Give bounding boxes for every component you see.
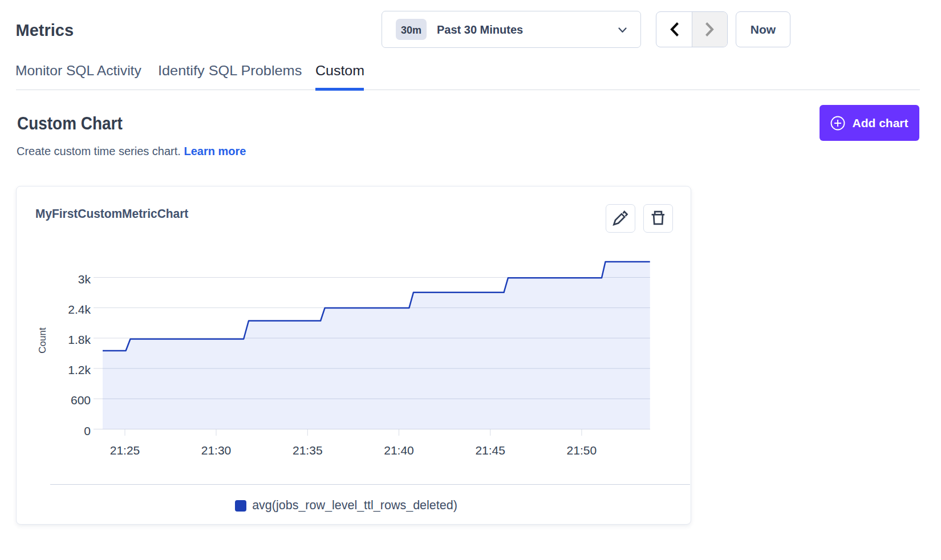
svg-text:21:40: 21:40 <box>384 444 414 457</box>
svg-text:2.4k: 2.4k <box>68 303 91 316</box>
svg-text:21:25: 21:25 <box>110 444 140 457</box>
svg-text:21:35: 21:35 <box>293 444 323 457</box>
svg-text:0: 0 <box>84 424 91 437</box>
svg-text:1.8k: 1.8k <box>68 333 91 346</box>
svg-text:3k: 3k <box>78 273 91 286</box>
svg-text:600: 600 <box>71 393 91 407</box>
svg-text:21:50: 21:50 <box>567 444 597 457</box>
svg-text:21:30: 21:30 <box>201 444 232 457</box>
svg-text:Count: Count <box>37 327 48 354</box>
svg-text:21:45: 21:45 <box>475 444 505 457</box>
svg-text:1.2k: 1.2k <box>68 363 91 376</box>
